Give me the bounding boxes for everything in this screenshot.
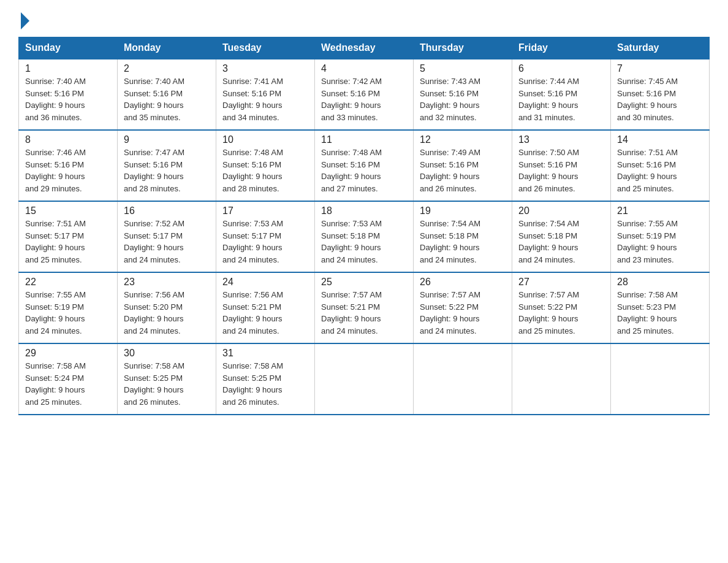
calendar-week-row: 8Sunrise: 7:46 AMSunset: 5:16 PMDaylight… <box>19 130 710 201</box>
day-info: Sunrise: 7:45 AMSunset: 5:16 PMDaylight:… <box>617 75 703 123</box>
table-row <box>315 343 414 415</box>
day-info: Sunrise: 7:48 AMSunset: 5:16 PMDaylight:… <box>222 147 308 194</box>
day-number: 6 <box>518 63 604 74</box>
day-info: Sunrise: 7:58 AMSunset: 5:25 PMDaylight:… <box>222 360 308 408</box>
day-info: Sunrise: 7:58 AMSunset: 5:25 PMDaylight:… <box>124 360 210 408</box>
day-info: Sunrise: 7:48 AMSunset: 5:16 PMDaylight:… <box>321 147 407 194</box>
logo-arrow-icon <box>21 12 29 29</box>
day-number: 14 <box>617 134 703 145</box>
day-number: 29 <box>25 348 111 359</box>
day-info: Sunrise: 7:54 AMSunset: 5:18 PMDaylight:… <box>420 218 506 266</box>
day-info: Sunrise: 7:42 AMSunset: 5:16 PMDaylight:… <box>321 75 407 123</box>
day-number: 28 <box>617 277 703 288</box>
table-row: 4Sunrise: 7:42 AMSunset: 5:16 PMDaylight… <box>315 59 414 130</box>
day-info: Sunrise: 7:56 AMSunset: 5:20 PMDaylight:… <box>124 289 210 337</box>
day-number: 1 <box>25 63 111 74</box>
table-row: 5Sunrise: 7:43 AMSunset: 5:16 PMDaylight… <box>414 59 512 130</box>
day-info: Sunrise: 7:56 AMSunset: 5:21 PMDaylight:… <box>222 289 308 337</box>
day-number: 7 <box>617 63 703 74</box>
header-saturday: Saturday <box>611 37 710 59</box>
day-info: Sunrise: 7:51 AMSunset: 5:17 PMDaylight:… <box>25 218 111 266</box>
table-row <box>611 343 710 415</box>
day-info: Sunrise: 7:49 AMSunset: 5:16 PMDaylight:… <box>420 147 506 194</box>
day-number: 20 <box>518 205 604 216</box>
header-wednesday: Wednesday <box>315 37 414 59</box>
table-row: 25Sunrise: 7:57 AMSunset: 5:21 PMDayligh… <box>315 272 414 343</box>
logo <box>18 12 29 27</box>
day-number: 21 <box>617 205 703 216</box>
table-row: 3Sunrise: 7:41 AMSunset: 5:16 PMDaylight… <box>216 59 315 130</box>
day-info: Sunrise: 7:51 AMSunset: 5:16 PMDaylight:… <box>617 147 703 194</box>
table-row: 13Sunrise: 7:50 AMSunset: 5:16 PMDayligh… <box>512 130 611 201</box>
day-number: 31 <box>222 348 308 359</box>
table-row: 29Sunrise: 7:58 AMSunset: 5:24 PMDayligh… <box>19 343 118 415</box>
day-info: Sunrise: 7:44 AMSunset: 5:16 PMDaylight:… <box>518 75 604 123</box>
day-number: 2 <box>124 63 210 74</box>
table-row: 1Sunrise: 7:40 AMSunset: 5:16 PMDaylight… <box>19 59 118 130</box>
day-number: 11 <box>321 134 407 145</box>
logo-general <box>18 12 29 29</box>
table-row: 21Sunrise: 7:55 AMSunset: 5:19 PMDayligh… <box>611 201 710 272</box>
day-number: 30 <box>124 348 210 359</box>
day-info: Sunrise: 7:40 AMSunset: 5:16 PMDaylight:… <box>25 75 111 123</box>
table-row: 16Sunrise: 7:52 AMSunset: 5:17 PMDayligh… <box>118 201 216 272</box>
day-info: Sunrise: 7:57 AMSunset: 5:22 PMDaylight:… <box>420 289 506 337</box>
calendar-week-row: 22Sunrise: 7:55 AMSunset: 5:19 PMDayligh… <box>19 272 710 343</box>
day-number: 12 <box>420 134 506 145</box>
table-row: 10Sunrise: 7:48 AMSunset: 5:16 PMDayligh… <box>216 130 315 201</box>
header-friday: Friday <box>512 37 611 59</box>
day-header-row: Sunday Monday Tuesday Wednesday Thursday… <box>19 37 710 59</box>
day-info: Sunrise: 7:53 AMSunset: 5:17 PMDaylight:… <box>222 218 308 266</box>
calendar-week-row: 1Sunrise: 7:40 AMSunset: 5:16 PMDaylight… <box>19 59 710 130</box>
day-info: Sunrise: 7:54 AMSunset: 5:18 PMDaylight:… <box>518 218 604 266</box>
day-info: Sunrise: 7:55 AMSunset: 5:19 PMDaylight:… <box>617 218 703 266</box>
day-info: Sunrise: 7:57 AMSunset: 5:21 PMDaylight:… <box>321 289 407 337</box>
table-row: 24Sunrise: 7:56 AMSunset: 5:21 PMDayligh… <box>216 272 315 343</box>
day-number: 18 <box>321 205 407 216</box>
day-info: Sunrise: 7:50 AMSunset: 5:16 PMDaylight:… <box>518 147 604 194</box>
table-row: 27Sunrise: 7:57 AMSunset: 5:22 PMDayligh… <box>512 272 611 343</box>
header-sunday: Sunday <box>19 37 118 59</box>
day-number: 3 <box>222 63 308 74</box>
table-row: 22Sunrise: 7:55 AMSunset: 5:19 PMDayligh… <box>19 272 118 343</box>
day-info: Sunrise: 7:46 AMSunset: 5:16 PMDaylight:… <box>25 147 111 194</box>
day-number: 27 <box>518 277 604 288</box>
table-row: 20Sunrise: 7:54 AMSunset: 5:18 PMDayligh… <box>512 201 611 272</box>
table-row: 18Sunrise: 7:53 AMSunset: 5:18 PMDayligh… <box>315 201 414 272</box>
day-number: 25 <box>321 277 407 288</box>
table-row: 26Sunrise: 7:57 AMSunset: 5:22 PMDayligh… <box>414 272 512 343</box>
day-number: 24 <box>222 277 308 288</box>
table-row: 31Sunrise: 7:58 AMSunset: 5:25 PMDayligh… <box>216 343 315 415</box>
header-thursday: Thursday <box>414 37 512 59</box>
table-row: 12Sunrise: 7:49 AMSunset: 5:16 PMDayligh… <box>414 130 512 201</box>
day-info: Sunrise: 7:58 AMSunset: 5:23 PMDaylight:… <box>617 289 703 337</box>
day-info: Sunrise: 7:58 AMSunset: 5:24 PMDaylight:… <box>25 360 111 408</box>
table-row: 8Sunrise: 7:46 AMSunset: 5:16 PMDaylight… <box>19 130 118 201</box>
day-number: 10 <box>222 134 308 145</box>
day-info: Sunrise: 7:53 AMSunset: 5:18 PMDaylight:… <box>321 218 407 266</box>
day-number: 9 <box>124 134 210 145</box>
day-info: Sunrise: 7:47 AMSunset: 5:16 PMDaylight:… <box>124 147 210 194</box>
day-info: Sunrise: 7:40 AMSunset: 5:16 PMDaylight:… <box>124 75 210 123</box>
table-row: 11Sunrise: 7:48 AMSunset: 5:16 PMDayligh… <box>315 130 414 201</box>
calendar-table: Sunday Monday Tuesday Wednesday Thursday… <box>18 37 710 415</box>
day-number: 13 <box>518 134 604 145</box>
table-row: 6Sunrise: 7:44 AMSunset: 5:16 PMDaylight… <box>512 59 611 130</box>
calendar-week-row: 29Sunrise: 7:58 AMSunset: 5:24 PMDayligh… <box>19 343 710 415</box>
day-number: 15 <box>25 205 111 216</box>
day-number: 8 <box>25 134 111 145</box>
table-row: 9Sunrise: 7:47 AMSunset: 5:16 PMDaylight… <box>118 130 216 201</box>
day-number: 4 <box>321 63 407 74</box>
day-number: 26 <box>420 277 506 288</box>
day-number: 22 <box>25 277 111 288</box>
day-info: Sunrise: 7:57 AMSunset: 5:22 PMDaylight:… <box>518 289 604 337</box>
day-info: Sunrise: 7:41 AMSunset: 5:16 PMDaylight:… <box>222 75 308 123</box>
day-number: 23 <box>124 277 210 288</box>
table-row: 19Sunrise: 7:54 AMSunset: 5:18 PMDayligh… <box>414 201 512 272</box>
table-row: 28Sunrise: 7:58 AMSunset: 5:23 PMDayligh… <box>611 272 710 343</box>
table-row: 15Sunrise: 7:51 AMSunset: 5:17 PMDayligh… <box>19 201 118 272</box>
table-row: 23Sunrise: 7:56 AMSunset: 5:20 PMDayligh… <box>118 272 216 343</box>
table-row: 17Sunrise: 7:53 AMSunset: 5:17 PMDayligh… <box>216 201 315 272</box>
table-row <box>512 343 611 415</box>
header-monday: Monday <box>118 37 216 59</box>
